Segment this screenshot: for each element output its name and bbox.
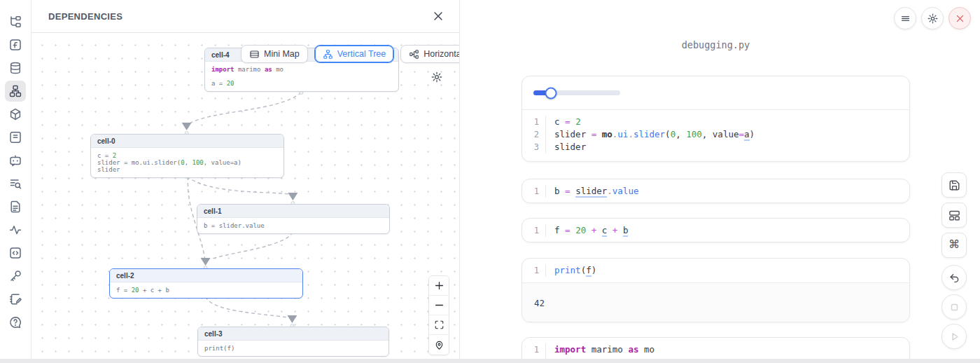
- panel-title: DEPENDENCIES: [48, 11, 122, 22]
- view-button-horizontal-tree[interactable]: Horizontal Tree: [400, 45, 459, 63]
- database-icon: [8, 61, 22, 75]
- settings-gear-button[interactable]: [921, 7, 944, 29]
- code-text: import marimo as mo: [546, 343, 654, 356]
- zoom-controls: [428, 275, 449, 355]
- sidebar-item-package[interactable]: [5, 104, 26, 125]
- stop-icon: [948, 301, 961, 314]
- graph-node-code: c = 2slider = mo.ui.slider(0, 100, value…: [91, 148, 284, 177]
- sidebar-item-code-block[interactable]: [5, 242, 26, 263]
- line-number: 3: [522, 141, 546, 153]
- scroll-icon: [8, 130, 22, 144]
- code-line[interactable]: 1b = slider.value: [522, 185, 909, 198]
- graph-node-cell-0[interactable]: cell-0c = 2slider = mo.ui.slider(0, 100,…: [90, 134, 284, 178]
- save-icon: [948, 179, 961, 192]
- code-line[interactable]: 3slider: [522, 141, 909, 153]
- layout-button[interactable]: [941, 203, 967, 228]
- sidebar-item-log-search[interactable]: [5, 173, 26, 194]
- sidebar-item-chat-bot[interactable]: [5, 150, 26, 171]
- code-line[interactable]: 1print(f): [522, 264, 909, 277]
- view-button-mini-map[interactable]: Mini Map: [241, 45, 308, 63]
- code-line[interactable]: 2slider = mo.ui.slider(0, 100, value=a): [522, 128, 909, 141]
- view-button-label: Horizontal Tree: [424, 49, 459, 59]
- graph-node-code: import marimo as mo a = 20: [205, 62, 398, 91]
- command-button[interactable]: ⌘: [941, 233, 967, 258]
- code-editor[interactable]: 1c = 22slider = mo.ui.slider(0, 100, val…: [522, 110, 909, 159]
- fit-view-icon: [434, 320, 444, 330]
- line-number: 1: [522, 116, 546, 128]
- log-search-icon: [8, 177, 22, 191]
- shutdown-x-button[interactable]: [948, 7, 971, 29]
- code-text: print(f): [546, 264, 596, 277]
- line-number: 2: [522, 128, 546, 141]
- notebook-edit-icon: [8, 292, 22, 306]
- notebook-action-rail: ⌘: [941, 172, 967, 349]
- code-editor[interactable]: 1b = slider.value: [522, 179, 909, 203]
- dependencies-header: DEPENDENCIES: [31, 0, 459, 33]
- sidebar-item-notebook-edit[interactable]: [5, 289, 26, 310]
- app-root: DEPENDENCIES cell-4import mar: [0, 0, 980, 363]
- view-button-label: Vertical Tree: [337, 49, 386, 59]
- activity-icon: [8, 223, 22, 237]
- graph-node-title: cell-1: [197, 205, 389, 218]
- code-text: slider: [546, 141, 586, 153]
- package-icon: [8, 107, 22, 121]
- sidebar-item-help[interactable]: [5, 312, 26, 333]
- graph-node-code: print(f): [198, 341, 388, 356]
- notebook-cell-slider: 1c = 22slider = mo.ui.slider(0, 100, val…: [522, 76, 910, 162]
- view-button-vertical-tree[interactable]: Vertical Tree: [314, 45, 394, 63]
- close-icon[interactable]: [432, 10, 444, 22]
- sidebar-item-activity[interactable]: [5, 219, 26, 240]
- center-selection-button[interactable]: [429, 335, 449, 355]
- left-icon-sidebar: [0, 0, 31, 359]
- graph-node-title: cell-3: [198, 327, 388, 341]
- graph-node-cell-3[interactable]: cell-3print(f): [197, 327, 389, 357]
- sidebar-item-function-square[interactable]: [5, 34, 26, 55]
- graph-node-cell-2[interactable]: cell-2f = 20 + c + b: [109, 268, 303, 299]
- sidebar-item-key[interactable]: [5, 266, 26, 287]
- code-text: c = 2: [546, 116, 581, 128]
- sidebar-item-scroll[interactable]: [5, 127, 26, 148]
- graph-node-title: cell-2: [110, 269, 302, 282]
- help-icon: [8, 315, 22, 329]
- code-editor[interactable]: 1print(f): [522, 259, 909, 282]
- code-text: slider = mo.ui.slider(0, 100, value=a): [546, 128, 755, 141]
- notebook-cell-print: 1print(f) 42: [522, 258, 910, 322]
- graph-node-cell-1[interactable]: cell-1b = slider.value: [197, 204, 390, 234]
- graph-node-code: f = 20 + c + b: [110, 282, 302, 298]
- code-block-icon: [8, 246, 22, 260]
- sidebar-item-dependency-graph[interactable]: [5, 81, 26, 102]
- notebook-filename: debugging.py: [522, 39, 910, 50]
- code-line[interactable]: 1c = 2: [522, 116, 909, 128]
- horizontal-tree-icon: [409, 49, 419, 60]
- dependencies-panel: DEPENDENCIES cell-4import mar: [31, 0, 460, 359]
- zoom-in-icon: [434, 280, 444, 291]
- code-line[interactable]: 1f = 20 + c + b: [522, 224, 909, 237]
- graph-settings-icon[interactable]: [430, 71, 443, 83]
- sidebar-item-file-tree[interactable]: [5, 11, 26, 32]
- fit-view-button[interactable]: [429, 315, 449, 335]
- undo-button[interactable]: [941, 265, 967, 290]
- stop-button[interactable]: [941, 294, 967, 320]
- file-tree-icon: [8, 15, 22, 29]
- notebook-cell-b: 1b = slider.value: [522, 179, 910, 203]
- run-button[interactable]: [941, 324, 967, 349]
- chat-bot-icon: [8, 153, 22, 167]
- zoom-out-button[interactable]: [429, 296, 449, 315]
- zoom-in-button[interactable]: [429, 276, 449, 296]
- line-number: 1: [522, 343, 546, 356]
- slider-thumb[interactable]: [545, 87, 556, 99]
- graph-node-code: b = slider.value: [197, 218, 389, 233]
- code-line[interactable]: 1import marimo as mo: [522, 343, 909, 356]
- dependency-graph-canvas[interactable]: cell-4import marimo as mo a = 20cell-0c …: [31, 33, 459, 359]
- document-icon: [8, 200, 22, 214]
- view-button-label: Mini Map: [264, 49, 300, 59]
- sidebar-item-database[interactable]: [5, 57, 26, 78]
- bottom-scrollbar-strip[interactable]: [0, 359, 980, 363]
- key-icon: [8, 269, 22, 283]
- sidebar-item-document[interactable]: [5, 196, 26, 217]
- menu-button[interactable]: [894, 7, 916, 29]
- code-editor[interactable]: 1f = 20 + c + b: [522, 219, 909, 242]
- save-button[interactable]: [941, 172, 967, 198]
- slider-widget-row: [522, 76, 909, 110]
- slider-track[interactable]: [533, 90, 620, 95]
